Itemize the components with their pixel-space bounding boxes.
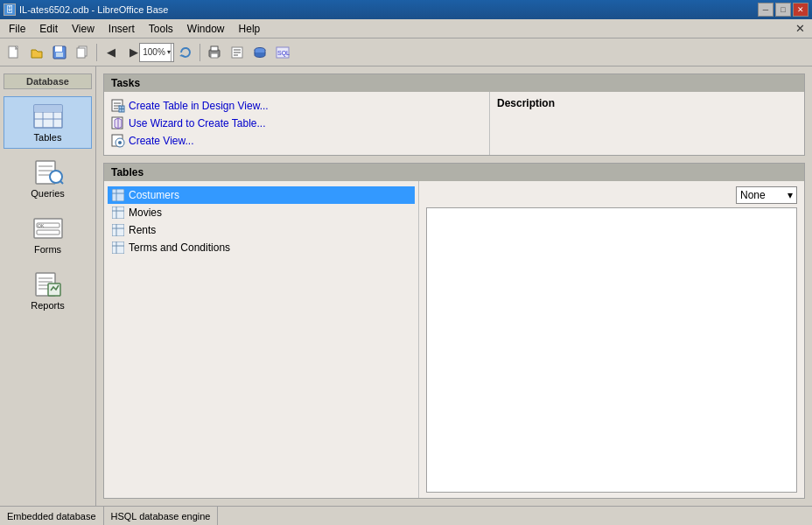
tables-content: Costumers Movies	[104, 181, 804, 498]
toolbar-reload-btn[interactable]	[175, 42, 196, 63]
toolbar-sql-btn[interactable]: SQL	[272, 42, 293, 63]
toolbar-new-btn[interactable]	[4, 42, 24, 63]
close-button[interactable]: ✕	[793, 3, 808, 17]
tasks-panel: Tasks	[103, 74, 805, 156]
dropdown-arrow-icon: ▾	[788, 189, 793, 201]
app-icon: 🗄	[4, 4, 16, 16]
task-wizard[interactable]: Use Wizard to Create Table...	[111, 115, 482, 132]
reports-icon	[32, 270, 64, 298]
menu-help[interactable]: Help	[232, 21, 268, 37]
svg-text:OK: OK	[38, 223, 45, 228]
tables-preview: None ▾	[419, 181, 804, 498]
sidebar-tables-label: Tables	[34, 132, 62, 143]
table-item-icon-terms	[111, 241, 125, 255]
task-icon-3	[111, 134, 125, 148]
window-title: IL-ates6502.odb - LibreOffice Base	[19, 4, 168, 15]
menu-tools[interactable]: Tools	[142, 21, 180, 37]
toolbar-sep-1	[96, 44, 97, 61]
table-item-movies[interactable]: Movies	[108, 204, 415, 221]
table-item-icon-movies	[111, 206, 125, 220]
tasks-panel-header: Tasks	[104, 74, 804, 92]
tasks-description-title: Description	[497, 97, 555, 109]
title-bar: 🗄 IL-ates6502.odb - LibreOffice Base ─ □…	[0, 0, 812, 19]
table-item-terms[interactable]: Terms and Conditions	[108, 239, 415, 256]
sidebar-forms-label: Forms	[34, 244, 61, 255]
content-area: Tasks	[96, 66, 812, 506]
menu-insert[interactable]: Insert	[102, 21, 142, 37]
svg-rect-28	[34, 219, 62, 238]
sidebar-item-forms[interactable]: OK Forms	[4, 208, 92, 261]
svg-rect-56	[112, 224, 124, 236]
table-item-rents[interactable]: Rents	[108, 221, 415, 239]
svg-rect-7	[211, 46, 218, 51]
task-create-design-label: Create Table in Design View...	[129, 100, 269, 112]
title-bar-left: 🗄 IL-ates6502.odb - LibreOffice Base	[4, 4, 168, 16]
svg-rect-53	[112, 206, 124, 219]
svg-rect-30	[37, 230, 60, 234]
sidebar-queries-label: Queries	[31, 188, 65, 199]
table-item-movies-label: Movies	[129, 206, 162, 219]
task-create-view[interactable]: Create View...	[111, 132, 482, 150]
status-right: HSQL database engine	[104, 507, 219, 525]
task-icon-1	[111, 99, 125, 113]
maximize-button[interactable]: □	[775, 3, 791, 17]
preview-box	[426, 207, 797, 493]
status-bar: Embedded database HSQL database engine	[0, 506, 812, 525]
svg-line-27	[60, 181, 63, 184]
menu-bar: File Edit View Insert Tools Window Help …	[0, 19, 812, 38]
minimize-button[interactable]: ─	[758, 3, 774, 17]
svg-rect-50	[112, 189, 124, 201]
menu-edit[interactable]: Edit	[32, 21, 65, 37]
toolbar-db-btn[interactable]	[249, 42, 270, 63]
menu-window[interactable]: Window	[180, 21, 232, 37]
toolbar-combo-box[interactable]: 100% ▾	[139, 43, 174, 62]
sidebar-item-queries[interactable]: Queries	[4, 152, 92, 205]
sidebar-reports-label: Reports	[31, 300, 65, 311]
toolbar-back-btn[interactable]: ◀	[101, 42, 122, 63]
sidebar-item-tables[interactable]: Tables	[4, 96, 92, 149]
status-left: Embedded database	[0, 507, 104, 525]
svg-point-49	[118, 141, 122, 144]
toolbar-combo-btn[interactable]: 100% ▾	[146, 42, 167, 63]
sidebar: Database Tables	[0, 66, 96, 506]
menu-view[interactable]: View	[65, 21, 102, 37]
doc-close-button[interactable]: ✕	[790, 22, 810, 35]
window-controls[interactable]: ─ □ ✕	[758, 3, 808, 17]
table-item-terms-label: Terms and Conditions	[129, 242, 230, 254]
task-create-view-label: Create View...	[129, 135, 193, 147]
tables-panel: Tables Costumers	[103, 163, 805, 499]
queries-icon	[32, 158, 64, 186]
task-create-design[interactable]: Create Table in Design View...	[111, 97, 482, 115]
svg-point-26	[50, 171, 62, 183]
svg-rect-3	[56, 52, 63, 57]
dropdown-value: None	[740, 189, 766, 201]
toolbar-copy-btn[interactable]	[72, 42, 93, 63]
toolbar-save-btn[interactable]	[49, 42, 70, 63]
main-layout: Database Tables	[0, 66, 812, 506]
toolbar-open-btn[interactable]	[26, 42, 47, 63]
table-item-icon-rents	[111, 223, 125, 237]
preview-dropdown-select[interactable]: None ▾	[736, 186, 797, 204]
preview-dropdown: None ▾	[426, 186, 797, 204]
table-item-costumers[interactable]: Costumers	[108, 186, 415, 204]
toolbar-print-btn[interactable]	[204, 42, 225, 63]
svg-rect-59	[112, 242, 124, 254]
svg-text:SQL: SQL	[277, 50, 290, 57]
tasks-panel-body: Create Table in Design View... Use Wizar…	[104, 92, 804, 155]
task-wizard-label: Use Wizard to Create Table...	[129, 117, 266, 130]
toolbar-edit-btn[interactable]	[227, 42, 248, 63]
toolbar: ◀ ▶ 100% ▾ SQL	[0, 38, 812, 66]
sidebar-item-reports[interactable]: Reports	[4, 264, 92, 317]
menu-file[interactable]: File	[2, 21, 32, 37]
sidebar-section-label: Database	[4, 74, 92, 89]
tables-list: Costumers Movies	[104, 181, 419, 498]
table-item-icon-costumers	[111, 188, 125, 202]
tasks-description: Description	[489, 92, 804, 155]
table-item-rents-label: Rents	[129, 224, 156, 236]
svg-rect-21	[34, 105, 62, 112]
svg-rect-8	[211, 53, 218, 58]
svg-rect-2	[55, 46, 62, 52]
svg-rect-5	[77, 48, 85, 58]
tables-icon	[32, 102, 64, 130]
task-icon-2	[111, 116, 125, 130]
